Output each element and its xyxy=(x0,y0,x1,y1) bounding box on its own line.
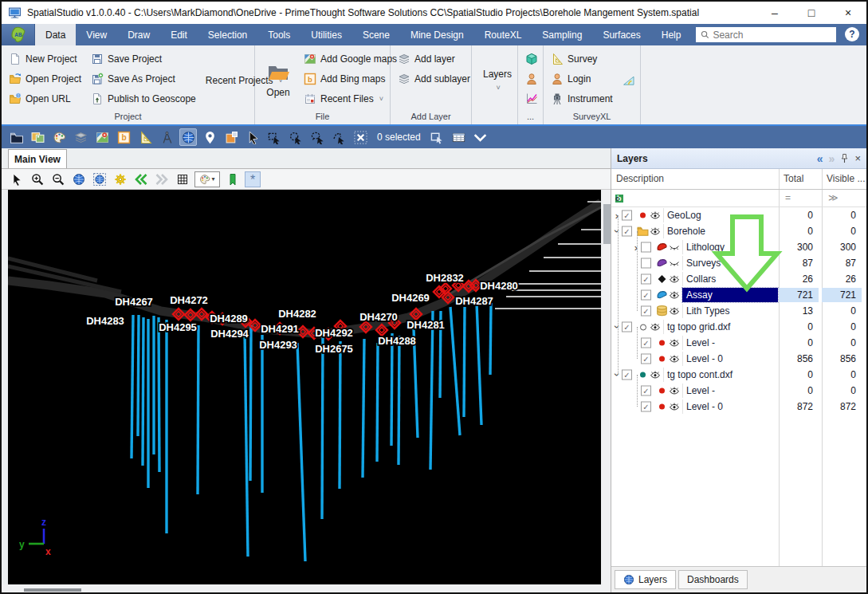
layer-row-tg-topo-cont-dxf[interactable]: ›✓tg topo cont.dxf00 xyxy=(611,367,866,383)
search-input[interactable] xyxy=(713,30,836,41)
help-button[interactable]: ? xyxy=(845,27,859,41)
visibility-checkbox[interactable]: ✓ xyxy=(641,402,651,412)
globe-view-tool[interactable] xyxy=(70,171,87,187)
eye-open-icon[interactable] xyxy=(669,355,680,363)
borehole-trace[interactable] xyxy=(377,343,378,462)
borehole-trace[interactable] xyxy=(250,325,251,481)
expander-collapsed-icon[interactable]: › xyxy=(613,210,621,222)
minimize-button[interactable]: – xyxy=(756,2,793,24)
maximize-button[interactable]: □ xyxy=(793,2,830,24)
ribbon-tab-surfaces[interactable]: Surfaces xyxy=(592,24,650,45)
layer-row-collars[interactable]: ✓Collars2626 xyxy=(611,271,866,287)
eye-closed-icon[interactable] xyxy=(669,243,680,251)
borehole-trace[interactable] xyxy=(399,336,399,465)
ribbon-tab-mine-design[interactable]: Mine Design xyxy=(400,24,474,45)
panel-forward-icon[interactable]: » xyxy=(829,153,835,164)
cursor-black-tool[interactable] xyxy=(244,128,261,146)
zoom-out-view-tool[interactable] xyxy=(49,171,66,187)
eye-open-icon[interactable] xyxy=(669,339,680,347)
open-button[interactable]: Open xyxy=(260,49,297,111)
gmaps-tool[interactable] xyxy=(93,128,111,146)
layer-row-level[interactable]: ✓Level -00 xyxy=(611,335,866,351)
ribbon-tab-routexl[interactable]: RouteXL xyxy=(474,24,532,45)
open-url-button[interactable]: Open URL xyxy=(6,89,84,108)
borehole-trace[interactable] xyxy=(464,307,465,417)
visibility-checkbox[interactable]: ✓ xyxy=(622,210,632,221)
borehole-trace[interactable] xyxy=(450,307,460,435)
viewport-3d[interactable]: DH4283DH4267DH4272DH4295DH4289DH4294DH42… xyxy=(8,190,601,584)
save-as-project-button[interactable]: Save As Project xyxy=(88,69,198,88)
column-header-total[interactable]: Total xyxy=(784,173,803,184)
ribbon-tab-scene[interactable]: Scene xyxy=(352,24,400,45)
borehole-trace[interactable] xyxy=(297,343,305,561)
x-clear-tool[interactable] xyxy=(352,128,369,146)
gallery-tool[interactable] xyxy=(29,128,46,146)
expander-collapsed-icon[interactable]: › xyxy=(632,242,640,254)
borehole-trace[interactable] xyxy=(490,303,491,375)
add-bing-maps-button[interactable]: bAdd Bing maps xyxy=(301,69,399,88)
survey-button[interactable]: Survey xyxy=(548,49,615,68)
layer-row-tg-topo-grid-dxf[interactable]: ›✓tg topo grid.dxf00 xyxy=(611,319,866,335)
borehole-trace[interactable] xyxy=(322,336,323,519)
visibility-checkbox[interactable]: ✓ xyxy=(641,274,651,285)
close-button[interactable]: × xyxy=(830,2,866,24)
filter-visible-operator[interactable]: ≫ xyxy=(828,192,839,203)
chev-down-tool[interactable] xyxy=(472,128,489,146)
ribbon-tab-draw[interactable]: Draw xyxy=(117,24,160,45)
login-button[interactable]: Login xyxy=(548,69,615,88)
clip-tool[interactable] xyxy=(222,128,240,146)
eye-open-icon[interactable] xyxy=(650,211,661,219)
layer-row-borehole[interactable]: ›✓Borehole00 xyxy=(611,223,866,239)
layer-row-level-0[interactable]: ✓Level - 0856856 xyxy=(611,351,866,367)
sel-lasso-tool[interactable] xyxy=(308,128,326,146)
sel-rect-tool[interactable] xyxy=(265,128,283,146)
cube-button[interactable] xyxy=(523,49,540,68)
layer-row-level[interactable]: ✓Level -00 xyxy=(611,383,866,399)
setsquare-tool[interactable] xyxy=(136,128,154,146)
column-header-visible[interactable]: Visible ... xyxy=(827,173,865,184)
eye-open-icon[interactable] xyxy=(650,227,661,235)
layers-tool[interactable] xyxy=(72,128,89,146)
borehole-trace[interactable] xyxy=(132,315,133,458)
eye-open-icon[interactable] xyxy=(669,291,680,299)
grid-view-tool[interactable] xyxy=(174,171,190,187)
palette-view-tool[interactable]: ▾ xyxy=(194,171,220,187)
visibility-checkbox[interactable] xyxy=(641,242,651,253)
layer-row-assay[interactable]: ✓Assay721721 xyxy=(611,287,866,303)
fwd-chev-view-tool[interactable] xyxy=(153,171,170,187)
visibility-checkbox[interactable]: ✓ xyxy=(622,322,632,332)
save-project-button[interactable]: Save Project xyxy=(88,49,198,68)
sel-window-tool[interactable] xyxy=(429,128,446,146)
sel-poly-tool[interactable] xyxy=(330,128,348,146)
instrument-button[interactable]: Instrument xyxy=(548,89,615,108)
folder-dark-tool[interactable] xyxy=(7,128,25,146)
panel-close-icon[interactable]: × xyxy=(854,153,861,163)
ribbon-search[interactable] xyxy=(696,27,836,42)
layer-row-level-0[interactable]: ✓Level - 0872872 xyxy=(611,399,866,415)
star-view-tool[interactable]: * xyxy=(245,171,261,187)
add-layer-button[interactable]: Add layer xyxy=(395,49,473,68)
panel-tab-dashboards[interactable]: Dashboards xyxy=(678,570,748,589)
ribbon-tab-selection[interactable]: Selection xyxy=(198,24,257,45)
table-tool[interactable] xyxy=(450,128,468,146)
layers-button[interactable]: Layers˅ xyxy=(477,49,518,111)
borehole-trace[interactable] xyxy=(159,317,159,472)
ribbon-tab-help[interactable]: Help xyxy=(651,24,692,45)
back-chev-view-tool[interactable] xyxy=(132,171,149,187)
ribbon-tab-sampling[interactable]: Sampling xyxy=(532,24,592,45)
open-project-button[interactable]: Open Project xyxy=(6,69,84,88)
new-project-button[interactable]: New Project xyxy=(6,49,84,68)
panel-back-icon[interactable]: « xyxy=(817,153,823,164)
horizontal-scrollbar-thumb[interactable] xyxy=(24,588,81,592)
vertical-scrollbar-thumb[interactable] xyxy=(603,204,611,244)
eye-open-icon[interactable] xyxy=(669,387,680,395)
borehole-trace[interactable] xyxy=(340,341,340,489)
tab-main-view[interactable]: Main View xyxy=(8,149,67,169)
eye-closed-icon[interactable] xyxy=(669,259,680,267)
cursor-black-view-tool[interactable] xyxy=(8,171,25,187)
eye-open-icon[interactable] xyxy=(669,403,680,411)
visibility-checkbox[interactable]: ✓ xyxy=(641,354,651,364)
compass-tool[interactable] xyxy=(158,128,175,146)
sel-circle-tool[interactable] xyxy=(287,128,304,146)
visibility-checkbox[interactable]: ✓ xyxy=(622,370,632,380)
